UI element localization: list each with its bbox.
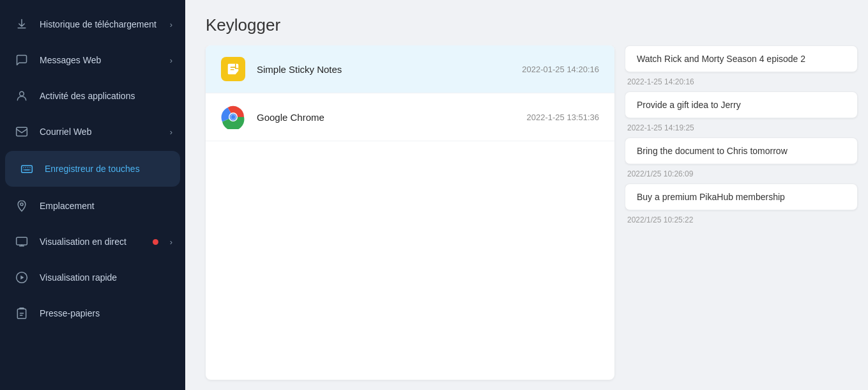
location-icon xyxy=(13,197,31,215)
page-title: Keylogger xyxy=(185,0,868,45)
email-icon xyxy=(13,123,31,141)
main-content: Keylogger Simple Sticky Notes 2022-01-25… xyxy=(185,0,868,390)
keylog-timestamp-1: 2022-1-25 14:19:25 xyxy=(627,123,855,132)
keylog-entry-3: Buy a premium PikaHub membership xyxy=(625,183,858,210)
sidebar-item-messages-label: Messages Web xyxy=(40,54,161,66)
svg-rect-1 xyxy=(17,127,27,136)
sidebar-item-emplacement-label: Emplacement xyxy=(40,200,172,212)
app-name-chrome: Google Chrome xyxy=(257,112,515,123)
svg-point-12 xyxy=(231,115,236,120)
sidebar-item-courriel[interactable]: Courriel Web › xyxy=(0,114,185,150)
live-dot xyxy=(153,239,158,245)
clipboard-icon xyxy=(13,304,31,322)
play-circle-icon xyxy=(13,269,31,286)
chat-icon xyxy=(13,51,31,69)
sidebar-item-presse-papiers-label: Presse-papiers xyxy=(40,308,172,319)
sidebar-item-messages-web[interactable]: Messages Web › xyxy=(0,42,185,78)
sidebar-item-activite[interactable]: Activité des applications xyxy=(0,78,185,114)
sidebar-item-historique-label: Historique de téléchargement xyxy=(40,19,161,30)
keyboard-icon xyxy=(18,160,36,178)
svg-rect-6 xyxy=(17,309,26,318)
chevron-right-icon: › xyxy=(170,56,172,65)
chevron-right-icon: › xyxy=(170,237,172,247)
keylog-text-3: Buy a premium PikaHub membership xyxy=(637,192,785,202)
sidebar: Historique de téléchargement › Messages … xyxy=(0,0,185,390)
live-icon xyxy=(13,233,31,251)
sidebar-item-courriel-label: Courriel Web xyxy=(40,126,161,137)
sidebar-item-presse-papiers[interactable]: Presse-papiers xyxy=(0,295,185,331)
app-row-sticky-notes[interactable]: Simple Sticky Notes 2022-01-25 14:20:16 xyxy=(206,45,614,93)
svg-rect-2 xyxy=(22,166,33,173)
svg-rect-4 xyxy=(17,237,27,245)
sidebar-item-activite-label: Activité des applications xyxy=(40,90,172,102)
keylog-entry-0: Watch Rick and Morty Season 4 episode 2 xyxy=(625,45,858,72)
sidebar-item-emplacement[interactable]: Emplacement xyxy=(0,188,185,224)
sidebar-item-visualisation-direct-label: Visualisation en direct xyxy=(40,236,144,247)
chevron-right-icon: › xyxy=(170,20,172,29)
keylog-entry-2: Bring the document to Chris tomorrow xyxy=(625,137,858,164)
app-time-chrome: 2022-1-25 13:51:36 xyxy=(527,113,599,122)
keylog-text-2: Bring the document to Chris tomorrow xyxy=(637,146,788,156)
person-circle-icon xyxy=(13,87,31,105)
sidebar-item-visualisation-rapide-label: Visualisation rapide xyxy=(40,272,172,283)
keylog-entry-1: Provide a gift idea to Jerry xyxy=(625,91,858,118)
keylog-timestamp-3: 2022/1/25 10:25:22 xyxy=(627,215,855,224)
app-row-chrome[interactable]: Google Chrome 2022-1-25 13:51:36 xyxy=(206,93,614,141)
keylog-text-1: Provide a gift idea to Jerry xyxy=(637,100,741,110)
chevron-right-icon: › xyxy=(170,127,172,137)
keylog-timestamp-2: 2022/1/25 10:26:09 xyxy=(627,169,855,178)
app-list-panel: Simple Sticky Notes 2022-01-25 14:20:16 xyxy=(206,45,614,380)
sidebar-item-keylogger-label: Enregistreur de touches xyxy=(45,163,167,175)
sticky-notes-icon xyxy=(221,57,245,81)
svg-point-0 xyxy=(20,91,24,96)
keylog-timestamp-0: 2022-1-25 14:20:16 xyxy=(627,77,855,86)
download-icon xyxy=(13,15,31,33)
app-time-sticky-notes: 2022-01-25 14:20:16 xyxy=(522,65,599,74)
sidebar-item-visualisation-direct[interactable]: Visualisation en direct › xyxy=(0,224,185,260)
sidebar-item-historique[interactable]: Historique de téléchargement › xyxy=(0,6,185,42)
keylog-text-0: Watch Rick and Morty Season 4 episode 2 xyxy=(637,54,805,64)
app-name-sticky-notes: Simple Sticky Notes xyxy=(257,64,510,75)
svg-point-3 xyxy=(20,203,23,205)
sidebar-item-keylogger[interactable]: Enregistreur de touches xyxy=(5,151,180,187)
keylogs-panel: Watch Rick and Morty Season 4 episode 2 … xyxy=(625,45,868,390)
chrome-icon xyxy=(221,105,245,129)
sidebar-item-visualisation-rapide[interactable]: Visualisation rapide xyxy=(0,260,185,295)
content-area: Simple Sticky Notes 2022-01-25 14:20:16 xyxy=(185,45,868,390)
